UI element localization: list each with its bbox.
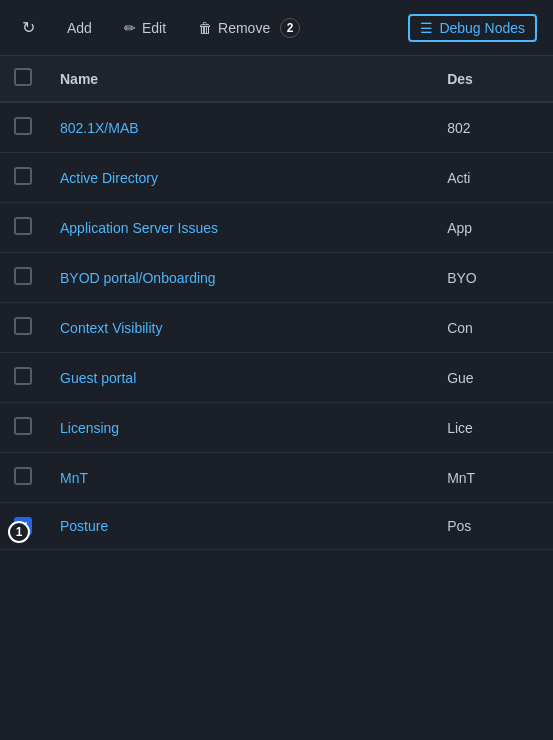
remove-label: Remove <box>218 20 270 36</box>
row-name[interactable]: Application Server Issues <box>46 203 433 253</box>
row-name[interactable]: Licensing <box>46 403 433 453</box>
row-desc: BYO <box>433 253 553 303</box>
row-checkbox[interactable] <box>14 267 32 285</box>
row-checkbox-cell <box>0 303 46 353</box>
row-name[interactable]: Posture <box>46 503 433 550</box>
row-desc: App <box>433 203 553 253</box>
table-row: 1PosturePos <box>0 503 553 550</box>
row-name[interactable]: BYOD portal/Onboarding <box>46 253 433 303</box>
row-desc: MnT <box>433 453 553 503</box>
table-container: Name Des 802.1X/MAB802Active DirectoryAc… <box>0 56 553 740</box>
row-checkbox-cell <box>0 102 46 153</box>
row-checkbox-cell <box>0 253 46 303</box>
edit-icon: ✏ <box>124 20 136 36</box>
remove-button[interactable]: 🗑 Remove 2 <box>192 14 306 42</box>
row-checkbox-cell <box>0 353 46 403</box>
row-desc: Con <box>433 303 553 353</box>
row-name[interactable]: 802.1X/MAB <box>46 102 433 153</box>
row-desc: Acti <box>433 153 553 203</box>
row-checkbox-cell <box>0 153 46 203</box>
table-row: Context VisibilityCon <box>0 303 553 353</box>
add-button[interactable]: Add <box>61 16 98 40</box>
add-label: Add <box>67 20 92 36</box>
table-row: BYOD portal/OnboardingBYO <box>0 253 553 303</box>
row-checkbox-cell <box>0 453 46 503</box>
row-checkbox[interactable] <box>14 367 32 385</box>
row-desc: Lice <box>433 403 553 453</box>
edit-button[interactable]: ✏ Edit <box>118 16 172 40</box>
table-header-row: Name Des <box>0 56 553 102</box>
row-count-badge: 1 <box>8 521 30 543</box>
toolbar: ↻ Add ✏ Edit 🗑 Remove 2 ☰ Debug Nodes <box>0 0 553 56</box>
row-checkbox[interactable] <box>14 117 32 135</box>
trash-icon: 🗑 <box>198 20 212 36</box>
refresh-icon: ↻ <box>22 18 35 37</box>
header-checkbox-cell <box>0 56 46 102</box>
header-name: Name <box>46 56 433 102</box>
row-name[interactable]: Active Directory <box>46 153 433 203</box>
row-checkbox[interactable] <box>14 167 32 185</box>
row-checkbox-cell <box>0 203 46 253</box>
row-desc: Gue <box>433 353 553 403</box>
row-checkbox[interactable] <box>14 317 32 335</box>
edit-label: Edit <box>142 20 166 36</box>
table-row: 802.1X/MAB802 <box>0 102 553 153</box>
row-name[interactable]: MnT <box>46 453 433 503</box>
remove-badge: 2 <box>280 18 300 38</box>
table-row: Active DirectoryActi <box>0 153 553 203</box>
table-row: LicensingLice <box>0 403 553 453</box>
row-checkbox-cell <box>0 403 46 453</box>
table-row: Application Server IssuesApp <box>0 203 553 253</box>
header-desc: Des <box>433 56 553 102</box>
row-name[interactable]: Guest portal <box>46 353 433 403</box>
table-row: Guest portalGue <box>0 353 553 403</box>
row-name[interactable]: Context Visibility <box>46 303 433 353</box>
row-desc: 802 <box>433 102 553 153</box>
row-checkbox[interactable] <box>14 217 32 235</box>
nodes-table: Name Des 802.1X/MAB802Active DirectoryAc… <box>0 56 553 550</box>
debug-nodes-button[interactable]: ☰ Debug Nodes <box>408 14 537 42</box>
debug-nodes-label: Debug Nodes <box>439 20 525 36</box>
row-checkbox[interactable] <box>14 417 32 435</box>
refresh-button[interactable]: ↻ <box>16 14 41 41</box>
table-row: MnTMnT <box>0 453 553 503</box>
header-checkbox[interactable] <box>14 68 32 86</box>
row-desc: Pos <box>433 503 553 550</box>
row-checkbox-cell: 1 <box>0 503 46 550</box>
row-checkbox[interactable] <box>14 467 32 485</box>
list-icon: ☰ <box>420 20 433 36</box>
